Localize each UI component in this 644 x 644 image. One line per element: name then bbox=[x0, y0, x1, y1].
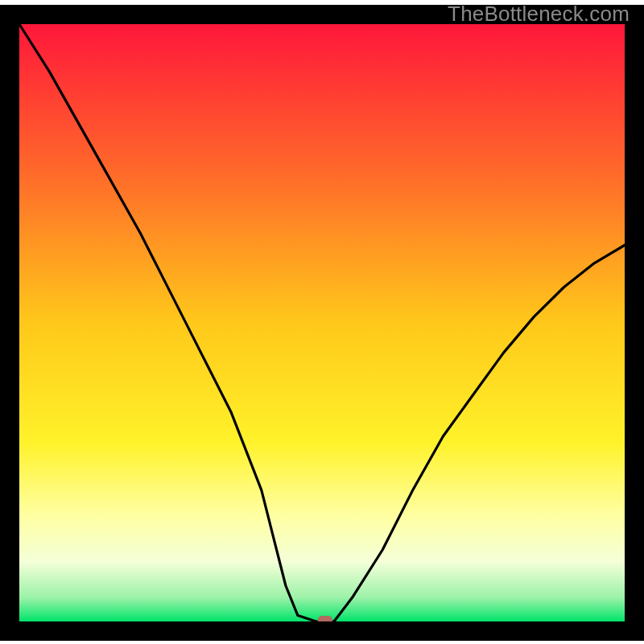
plot-background bbox=[19, 24, 625, 621]
watermark-text: TheBottleneck.com bbox=[448, 2, 630, 27]
chart-container: TheBottleneck.com bbox=[0, 0, 644, 644]
chart-svg bbox=[0, 0, 644, 644]
plot-area bbox=[10, 14, 634, 631]
